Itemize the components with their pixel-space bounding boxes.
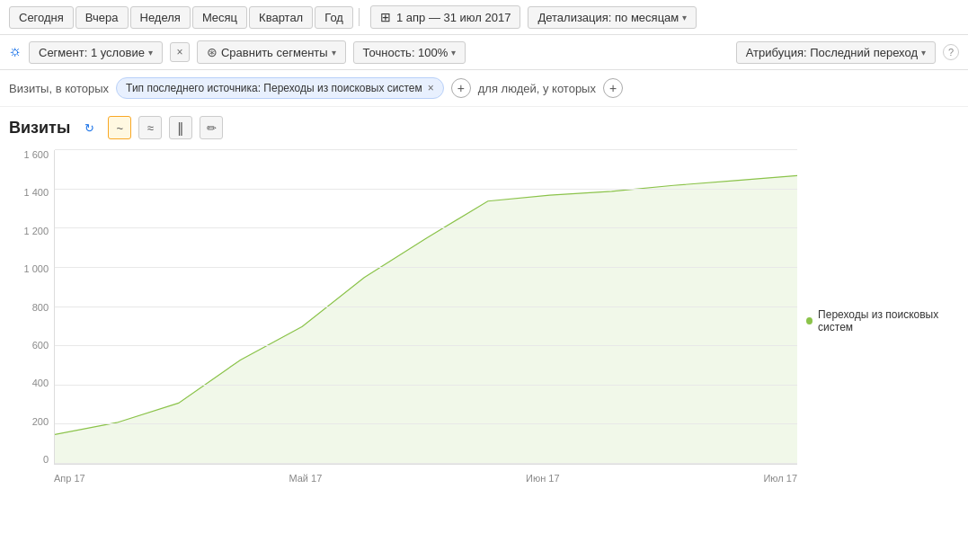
grid-line	[55, 189, 797, 190]
help-icon[interactable]: ?	[943, 44, 959, 60]
chevron-down-icon: ▾	[682, 13, 687, 22]
date-range-button[interactable]: ⊞ 1 апр — 31 июл 2017	[370, 5, 520, 29]
accuracy-button[interactable]: Точность: 100% ▾	[353, 41, 466, 64]
legend-label: Переходы из поисковых систем	[818, 308, 959, 333]
compare-button[interactable]: ⊛ Сравнить сегменты ▾	[197, 40, 346, 64]
x-label: Июн 17	[526, 473, 560, 484]
for-people-label: для людей, у которых	[478, 82, 596, 95]
period-month[interactable]: Месяц	[192, 6, 247, 29]
toolbar-separator	[359, 8, 360, 26]
period-yesterday[interactable]: Вчера	[75, 6, 129, 29]
compare-icon: ⊛	[207, 45, 218, 59]
compare-chevron-icon: ▾	[332, 48, 336, 58]
segment-tag-close[interactable]: ×	[428, 82, 434, 94]
period-today[interactable]: Сегодня	[9, 6, 74, 29]
chart-legend: Переходы из поисковых систем	[797, 150, 959, 492]
grid-line	[55, 307, 797, 307]
filter-icon: ⛭	[9, 45, 22, 59]
detail-button[interactable]: Детализация: по месяцам ▾	[528, 6, 697, 29]
second-toolbar: ⛭ Сегмент: 1 условие ▾ × ⊛ Сравнить сегм…	[0, 35, 968, 70]
grid-line	[55, 149, 797, 150]
grid-line	[55, 345, 797, 346]
segment-label: Сегмент: 1 условие	[39, 46, 145, 59]
refresh-button[interactable]: ↻	[77, 116, 101, 139]
legend-item: Переходы из поисковых систем	[806, 308, 959, 333]
chart-svg	[55, 150, 797, 464]
attribution-label: Атрибуция: Последний переход	[746, 46, 918, 59]
bar-chart-button[interactable]: ‖	[169, 116, 192, 139]
attribution-chevron-icon: ▾	[921, 48, 926, 58]
line-chart-icon: ~	[116, 121, 123, 135]
period-week[interactable]: Неделя	[130, 6, 191, 29]
segment-tag: Тип последнего источника: Переходы из по…	[116, 77, 444, 99]
close-icon: ×	[176, 46, 182, 58]
y-axis: 1 6001 4001 2001 0008006004002000	[9, 150, 54, 465]
segment-chevron-icon: ▾	[148, 48, 153, 58]
period-year[interactable]: Год	[315, 6, 353, 29]
segment-close-button[interactable]: ×	[170, 42, 190, 62]
segment-filter-prefix: Визиты, в которых	[9, 82, 109, 95]
y-label: 1 000	[23, 264, 49, 274]
table-chart-icon: ✏	[207, 121, 217, 135]
y-label: 1 200	[23, 227, 49, 236]
x-label: Май 17	[289, 473, 322, 484]
chart-title: Визиты	[9, 119, 70, 138]
table-chart-button[interactable]: ✏	[200, 116, 223, 139]
area-chart-icon: ≈	[147, 121, 154, 135]
calendar-icon: ⊞	[380, 10, 391, 24]
chart-section: Визиты ↻ ~ ≈ ‖ ✏ 1 6001 4001 2001 000800…	[0, 107, 968, 492]
bar-chart-icon: ‖	[177, 120, 184, 136]
grid-line	[55, 463, 797, 464]
top-toolbar: Сегодня Вчера Неделя Месяц Квартал Год ⊞…	[0, 0, 968, 35]
chart-container: 1 6001 4001 2001 0008006004002000 Апр 17…	[9, 150, 959, 492]
attribution-button[interactable]: Атрибуция: Последний переход ▾	[736, 41, 936, 64]
segment-button[interactable]: Сегмент: 1 условие ▾	[29, 41, 163, 64]
area-chart-button[interactable]: ≈	[138, 116, 162, 139]
accuracy-label: Точность: 100%	[363, 46, 448, 59]
compare-label: Сравнить сегменты	[221, 46, 328, 59]
y-label: 200	[32, 417, 49, 427]
x-label: Апр 17	[54, 473, 85, 484]
y-label: 600	[32, 341, 49, 351]
add-condition-button[interactable]: +	[451, 78, 471, 98]
legend-dot	[806, 317, 813, 324]
accuracy-chevron-icon: ▾	[451, 48, 456, 58]
svg-marker-0	[55, 175, 797, 464]
grid-line	[55, 267, 797, 268]
grid-line	[55, 423, 797, 424]
segment-filter-row: Визиты, в которых Тип последнего источни…	[0, 70, 968, 107]
y-label: 400	[32, 378, 49, 388]
grid-line	[55, 385, 797, 386]
chart-inner: 1 6001 4001 2001 0008006004002000 Апр 17…	[9, 150, 797, 492]
y-label: 1 600	[23, 150, 49, 160]
date-range-label: 1 апр — 31 июл 2017	[396, 11, 511, 24]
chart-plot-area	[54, 150, 797, 465]
detail-label: Детализация: по месяцам	[537, 11, 679, 24]
period-quarter[interactable]: Квартал	[249, 6, 313, 29]
x-axis: Апр 17Май 17Июн 17Июл 17	[54, 465, 797, 492]
y-label: 1 400	[23, 188, 49, 198]
line-chart-button[interactable]: ~	[108, 116, 131, 139]
segment-tag-label: Тип последнего источника: Переходы из по…	[126, 82, 422, 94]
y-label: 800	[32, 303, 49, 313]
add-people-button[interactable]: +	[603, 78, 623, 98]
x-label: Июл 17	[763, 473, 797, 484]
grid-line	[55, 227, 797, 228]
chart-header: Визиты ↻ ~ ≈ ‖ ✏	[9, 116, 959, 139]
y-label: 0	[43, 455, 49, 465]
